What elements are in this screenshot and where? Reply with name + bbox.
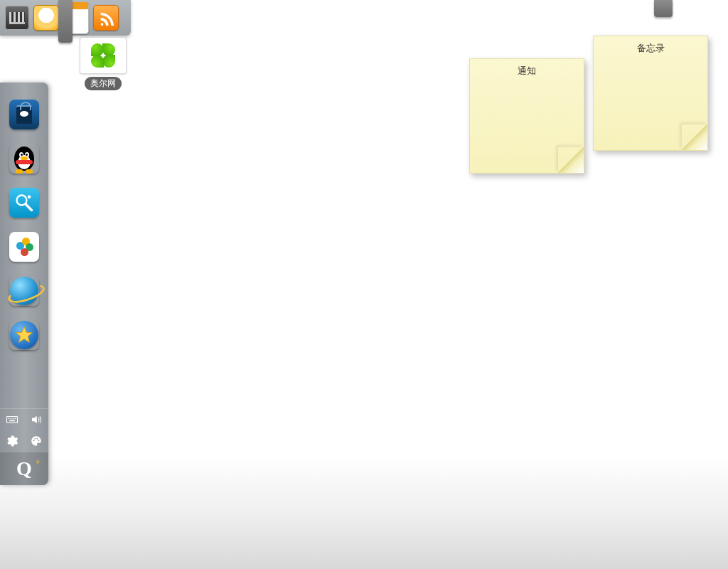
svg-point-11: [35, 438, 36, 440]
sticky-note-notice[interactable]: 通知: [469, 58, 584, 174]
dock-apps: [9, 83, 39, 408]
desktop-shortcut-clover[interactable]: 奥尔网: [77, 37, 129, 90]
svg-point-12: [37, 438, 38, 440]
svg-line-1: [26, 204, 31, 210]
keyboard-icon[interactable]: [0, 409, 24, 430]
app-store-icon[interactable]: [9, 100, 39, 129]
volume-icon[interactable]: [24, 409, 48, 430]
right-handle[interactable]: [654, 0, 673, 17]
multi-color-app-icon[interactable]: [9, 232, 39, 262]
svg-rect-5: [9, 418, 10, 420]
svg-point-2: [28, 196, 31, 199]
sticky-note-memo[interactable]: 备忘录: [593, 36, 708, 151]
desktop-shortcut-label: 奥尔网: [85, 77, 122, 90]
svg-point-13: [38, 440, 39, 441]
svg-rect-9: [9, 420, 15, 422]
dock-tray: [0, 408, 48, 452]
svg-rect-7: [13, 418, 14, 420]
media-icon[interactable]: [5, 6, 29, 30]
svg-marker-3: [16, 326, 32, 342]
rss-icon[interactable]: [93, 5, 119, 31]
clock-icon[interactable]: [33, 5, 59, 31]
sticky-title: 备忘录: [594, 42, 707, 55]
page-curl-icon: [558, 147, 584, 173]
palette-icon[interactable]: [24, 430, 48, 452]
svg-point-10: [33, 440, 35, 441]
svg-rect-4: [7, 417, 18, 423]
sticky-title: 通知: [470, 65, 584, 78]
clover-icon: [80, 37, 127, 74]
qq-penguin-icon[interactable]: [9, 144, 39, 174]
qplus-launcher[interactable]: Q+: [0, 452, 48, 485]
svg-rect-6: [11, 418, 12, 420]
svg-rect-8: [15, 418, 16, 420]
top-handle[interactable]: [58, 0, 73, 43]
qzone-star-icon[interactable]: [9, 320, 39, 350]
browser-globe-icon[interactable]: [9, 276, 39, 306]
settings-icon[interactable]: [0, 430, 24, 452]
page-curl-icon: [682, 124, 707, 150]
left-dock: Q+: [0, 83, 48, 485]
search-app-icon[interactable]: [9, 188, 39, 218]
qplus-label: Q+: [16, 459, 32, 479]
